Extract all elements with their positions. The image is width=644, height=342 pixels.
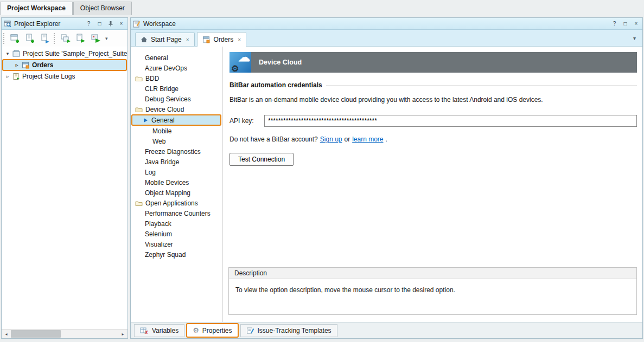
tab-start-page-label: Start Page xyxy=(151,36,182,43)
workspace-icon xyxy=(133,20,141,28)
organize-tests-button[interactable] xyxy=(59,31,73,45)
option-item-java-bridge[interactable]: Java Bridge xyxy=(131,157,222,167)
options-category-list: General Azure DevOps BDD CLR Bridge Debu… xyxy=(131,47,223,322)
tab-start-page[interactable]: Start Page × xyxy=(135,33,195,46)
close-icon[interactable]: × xyxy=(186,37,189,43)
option-item-device-cloud[interactable]: Device Cloud xyxy=(131,104,222,114)
option-item-general[interactable]: General xyxy=(131,53,222,63)
option-item-visualizer[interactable]: Visualizer xyxy=(131,239,222,249)
device-cloud-options-page: ☁ ⚙ Device Cloud BitBar automation crede… xyxy=(223,47,642,322)
collapsed-icon[interactable]: ▹ xyxy=(14,62,20,68)
workspace-panel: Workspace ? □ × Start Page × xyxy=(130,17,643,339)
option-item-clr-bridge[interactable]: CLR Bridge xyxy=(131,83,222,94)
option-item-web[interactable]: Web xyxy=(131,136,222,146)
option-item-mobile-devices[interactable]: Mobile Devices xyxy=(131,177,222,188)
option-item-freeze-diagnostics[interactable]: Freeze Diagnostics xyxy=(131,146,222,157)
section-rule xyxy=(326,86,637,86)
workspace-title: Workspace xyxy=(143,20,608,28)
tab-object-browser-label: Object Browser xyxy=(80,4,125,12)
project-explorer-toolbar: ▾ xyxy=(2,30,127,47)
bitbar-description: BitBar is an on-demand mobile device clo… xyxy=(229,96,637,104)
option-item-selenium[interactable]: Selenium xyxy=(131,229,222,239)
description-text: To view the option description, move the… xyxy=(229,279,636,301)
properties-document: General Azure DevOps BDD CLR Bridge Debu… xyxy=(131,47,642,322)
horizontal-scrollbar: ◂ ▸ xyxy=(2,329,127,338)
tab-orders[interactable]: Orders × xyxy=(197,32,247,47)
document-tab-strip: Start Page × Orders × ▾ xyxy=(131,30,642,47)
logs-icon xyxy=(12,73,20,80)
help-icon[interactable]: ? xyxy=(85,20,93,28)
close-icon[interactable]: × xyxy=(632,20,640,28)
toolbar-separator xyxy=(54,33,56,44)
test-connection-button[interactable]: Test Connection xyxy=(229,153,294,166)
add-existing-item-button[interactable] xyxy=(39,31,53,45)
close-icon[interactable]: × xyxy=(117,20,125,28)
tab-variables[interactable]: x Variables xyxy=(134,324,184,337)
add-new-item-button[interactable] xyxy=(23,31,37,45)
new-project-suite-button[interactable] xyxy=(8,31,22,45)
option-item-performance-counters[interactable]: Performance Counters xyxy=(131,208,222,218)
expanded-icon[interactable]: ▾ xyxy=(5,51,10,56)
close-icon[interactable]: × xyxy=(238,37,241,43)
account-help-row: Do not have a BitBar account? Sign up or… xyxy=(229,135,637,143)
learn-more-link[interactable]: learn more xyxy=(352,135,383,143)
tab-list-dropdown-icon[interactable]: ▾ xyxy=(631,35,638,41)
option-item-debug-services[interactable]: Debug Services xyxy=(131,94,222,104)
period-text: . xyxy=(386,135,387,143)
gear-icon: ⚙ xyxy=(193,327,199,334)
tree-item-project-suite[interactable]: ▾ Project Suite 'Sample_Project_Suite' (… xyxy=(2,48,127,59)
option-item-playback[interactable]: Playback xyxy=(131,218,222,229)
orders-label: Orders xyxy=(32,61,53,69)
option-item-mobile[interactable]: Mobile xyxy=(131,126,222,136)
tab-issue-tracking-templates[interactable]: Issue-Tracking Templates xyxy=(240,324,337,337)
project-suite-label: Project Suite 'Sample_Project_Suite' (1 … xyxy=(23,50,127,57)
device-cloud-banner: ☁ ⚙ Device Cloud xyxy=(229,52,637,73)
project-suite-logs-label: Project Suite Logs xyxy=(22,73,75,80)
home-icon xyxy=(141,36,148,43)
tab-orders-label: Orders xyxy=(214,36,234,43)
banner-title: Device Cloud xyxy=(259,59,302,66)
collapsed-icon[interactable]: ▹ xyxy=(5,74,10,79)
project-explorer-title: Project Explorer xyxy=(14,20,82,28)
project-explorer-header: Project Explorer ? □ × xyxy=(2,18,127,30)
tab-object-browser[interactable]: Object Browser xyxy=(73,2,132,15)
tab-properties[interactable]: ⚙ Properties xyxy=(186,323,238,338)
toolbar-grip[interactable] xyxy=(3,33,6,44)
scroll-track[interactable] xyxy=(11,330,118,338)
scroll-right-icon[interactable]: ▸ xyxy=(118,330,127,338)
gear-icon: ⚙ xyxy=(231,63,239,74)
description-panel-header: Description xyxy=(229,268,636,279)
option-item-open-applications[interactable]: Open Applications xyxy=(131,198,222,208)
bitbar-section-header: BitBar automation credentials xyxy=(229,81,637,89)
workspace-header: Workspace ? □ × xyxy=(131,18,642,30)
bottom-tab-strip: x Variables ⚙ Properties xyxy=(131,322,642,338)
svg-text:x: x xyxy=(144,329,148,334)
option-item-log[interactable]: Log xyxy=(131,167,222,177)
project-icon xyxy=(22,61,30,69)
project-tree: ▾ Project Suite 'Sample_Project_Suite' (… xyxy=(2,47,127,329)
or-text: or xyxy=(344,135,350,143)
option-item-azure-devops[interactable]: Azure DevOps xyxy=(131,63,222,73)
maximize-icon[interactable]: □ xyxy=(95,20,104,28)
option-item-object-mapping[interactable]: Object Mapping xyxy=(131,188,222,198)
pin-icon[interactable] xyxy=(106,20,114,28)
maximize-icon[interactable]: □ xyxy=(621,20,629,28)
folder-open-icon xyxy=(135,106,143,113)
option-item-device-cloud-general[interactable]: General xyxy=(131,114,221,126)
tab-project-workspace[interactable]: Project Workspace xyxy=(0,2,73,15)
sign-up-link[interactable]: Sign up xyxy=(320,135,342,143)
run-test-button[interactable] xyxy=(89,31,103,45)
api-key-input[interactable] xyxy=(264,115,637,127)
toolbar-dropdown-caret-icon[interactable]: ▾ xyxy=(104,36,109,41)
tree-item-orders[interactable]: ▹ Orders xyxy=(2,59,127,71)
scroll-left-icon[interactable]: ◂ xyxy=(2,330,11,338)
run-project-button[interactable] xyxy=(74,31,88,45)
api-key-row: API key: xyxy=(229,115,637,127)
option-item-zephyr-squad[interactable]: Zephyr Squad xyxy=(131,249,222,260)
help-icon[interactable]: ? xyxy=(610,20,619,28)
tab-properties-label: Properties xyxy=(202,327,232,334)
scroll-thumb[interactable] xyxy=(11,330,61,338)
option-item-bdd[interactable]: BDD xyxy=(131,73,222,83)
tree-item-project-suite-logs[interactable]: ▹ Project Suite Logs xyxy=(2,71,127,82)
testcomplete-window: Project Workspace Object Browser Project… xyxy=(0,0,644,342)
